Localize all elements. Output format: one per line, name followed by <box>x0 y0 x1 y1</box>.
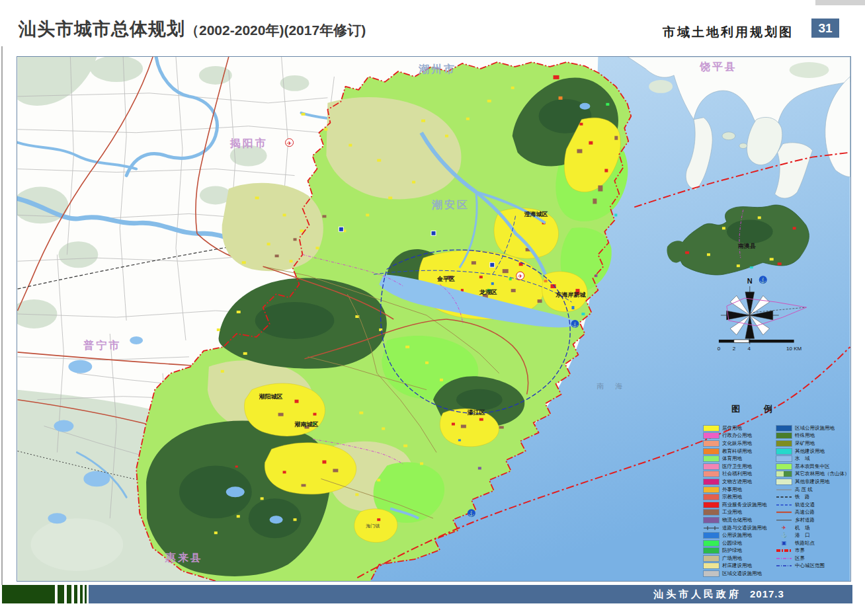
place-label: 潮州市 <box>418 63 456 75</box>
legend-label: 行政办公用地 <box>722 432 752 439</box>
legend-item: 道路与交通设施用地 <box>704 524 775 532</box>
legend-item: 居住用地 <box>704 424 775 432</box>
legend-swatch: ▣ <box>776 541 792 546</box>
legend-item: 市界 <box>776 547 846 555</box>
scale-bar <box>719 340 794 342</box>
legend-label: 水 域 <box>795 455 810 462</box>
rail-station-icon <box>339 227 343 231</box>
legend-label: 教育科研用地 <box>722 448 752 455</box>
legend-item: 基本农田集中区 <box>776 463 846 471</box>
publisher: 汕头市人民政府 <box>653 588 741 601</box>
plan-title-suffix: （2002-2020年)(2017年修订) <box>185 22 366 38</box>
page-title: 汕头市城市总体规划（2002-2020年)(2017年修订) <box>19 17 366 41</box>
legend-label: 工业用地 <box>722 509 742 516</box>
legend-label: 港 口 <box>795 532 810 539</box>
footer-stripe <box>85 585 87 603</box>
legend-swatch <box>704 433 719 438</box>
legend-swatch <box>776 479 792 484</box>
legend-item: 采矿用地 <box>776 440 846 447</box>
legend-label: 道路与交通设施用地 <box>722 525 767 531</box>
legend-swatch: ⚓ <box>776 533 792 538</box>
footer-stripe <box>74 585 77 603</box>
legend-item: 区域交通设施用地 <box>704 570 775 578</box>
legend-item: 中心城区范围 <box>776 562 846 570</box>
legend-item: 文物古迹用地 <box>704 478 775 486</box>
legend-label: 机 场 <box>795 525 810 531</box>
legend-label: 区域公用设施用地 <box>795 425 835 432</box>
legend-item: 宗教用地 <box>704 493 775 501</box>
legend-swatch <box>704 494 719 500</box>
port-icon: ⚓ <box>468 510 475 517</box>
legend-label: 外事用地 <box>722 486 742 493</box>
place-label: 潮阳城区 <box>259 393 283 400</box>
legend-swatch: ✈ <box>776 525 792 531</box>
legend-label: 中心城区范围 <box>795 562 825 569</box>
legend-label: 医疗卫生用地 <box>722 463 752 470</box>
legend-label: 物流仓储用地 <box>722 517 752 523</box>
legend-label: 采矿用地 <box>795 440 815 447</box>
legend-item: 其他建设用地 <box>776 447 846 455</box>
footer-stripe <box>67 585 71 603</box>
legend-label: 市界 <box>795 547 805 554</box>
legend-swatch <box>704 541 719 546</box>
legend-swatch <box>704 563 719 568</box>
legend-item: 区界 <box>776 555 846 562</box>
legend-item: 高速公路 <box>776 509 846 517</box>
legend-title: 图 例 <box>731 403 774 415</box>
legend-item: 轨道交通 <box>776 501 846 509</box>
publish-date: 2017.3 <box>750 588 784 599</box>
legend-item: 体育用地 <box>704 455 775 463</box>
legend-item: 水 域 <box>776 455 846 463</box>
legend-item: 文化娱乐用地 <box>704 440 775 447</box>
legend-swatch <box>704 449 719 454</box>
place-label: 普宁市 <box>83 339 121 351</box>
legend-item: 防护绿地 <box>704 547 775 555</box>
legend-swatch <box>776 510 792 515</box>
legend-swatch <box>776 518 792 523</box>
legend: 图 例 居住用地行政办公用地文化娱乐用地教育科研用地体育用地医疗卫生用地社会福利… <box>698 401 847 580</box>
legend-swatch <box>776 487 792 492</box>
legend-label: 文化娱乐用地 <box>722 440 752 447</box>
legend-label: 乡村道路 <box>795 517 815 523</box>
legend-label: 居住用地 <box>722 425 742 432</box>
legend-swatch <box>776 502 792 508</box>
legend-label: 其他非建设用地 <box>795 479 830 485</box>
legend-label: 轨道交通 <box>795 502 815 508</box>
legend-swatch <box>776 426 792 431</box>
scale-tick-2: 2 <box>733 346 736 352</box>
scale-tick-0: 0 <box>718 346 721 352</box>
legend-label: 广场用地 <box>722 555 742 562</box>
place-label: 惠来县 <box>165 552 203 563</box>
left-rule <box>1 46 3 585</box>
legend-label: 高 压 线 <box>795 486 813 493</box>
place-label: 龙湖区 <box>479 289 497 295</box>
legend-label: 宗教用地 <box>722 494 742 500</box>
legend-label: 公园绿地 <box>722 540 742 547</box>
legend-item: 公用设施用地 <box>704 531 775 539</box>
place-label: 揭阳市 <box>229 137 268 149</box>
legend-item: 社会福利用地 <box>704 471 775 479</box>
legend-label: 文物古迹用地 <box>722 479 752 485</box>
legend-swatch <box>704 441 719 446</box>
legend-swatch <box>776 441 792 446</box>
legend-item: 医疗卫生用地 <box>704 463 775 471</box>
legend-item: ✈机 场 <box>776 524 846 532</box>
compass-north-label: N <box>747 277 753 285</box>
rail-station-icon <box>431 231 436 235</box>
legend-label: 防护绿地 <box>722 547 742 554</box>
legend-swatch <box>776 494 792 500</box>
legend-swatch <box>776 464 792 469</box>
legend-swatch <box>704 471 719 477</box>
legend-swatch <box>704 510 719 515</box>
corner-strip <box>815 0 865 5</box>
place-label: 澄海城区 <box>524 211 548 217</box>
footer-stripe <box>58 585 64 603</box>
legend-label: 商业服务业设施用地 <box>722 502 767 508</box>
legend-label: 高速公路 <box>795 509 815 516</box>
legend-swatch <box>704 533 719 538</box>
legend-item: 物流仓储用地 <box>704 516 775 524</box>
airport-icon: ✈ <box>518 273 523 280</box>
legend-swatch <box>704 456 719 461</box>
legend-swatch <box>776 563 792 568</box>
page-number-badge: 31 <box>811 19 839 38</box>
